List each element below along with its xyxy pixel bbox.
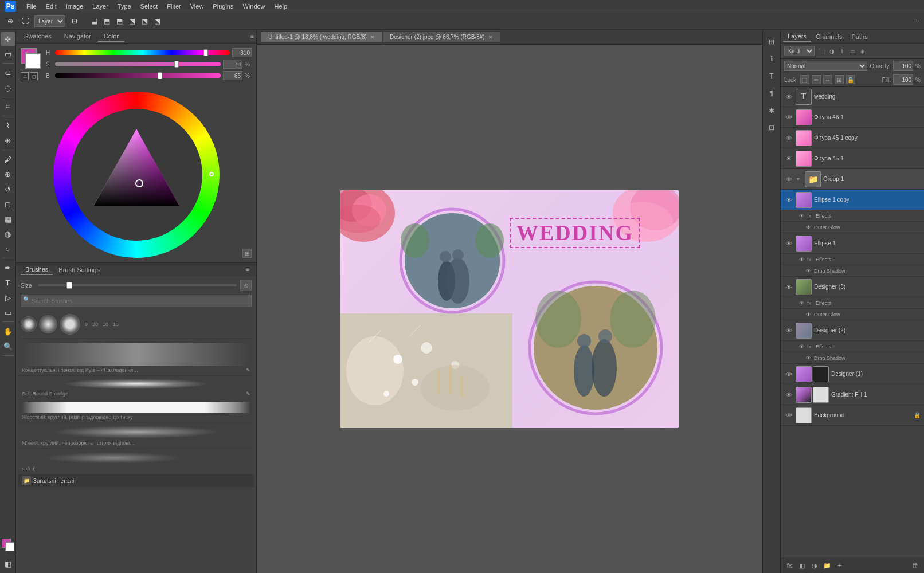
tab-paths[interactable]: Paths [847,32,872,41]
sat-value-input[interactable] [223,60,242,69]
effect-e1-visibility[interactable]: 👁 [798,256,805,263]
filter-smart-icon[interactable]: ◈ [858,46,867,56]
lasso-tool[interactable]: ⊂ [1,66,15,80]
tab-brush-settings[interactable]: Brush Settings [54,265,104,274]
layer-mask-icon[interactable]: ◧ [797,560,807,571]
tab-brushes[interactable]: Brushes [21,265,53,275]
filter-type-icon[interactable]: T [837,46,847,56]
healing-brush-tool[interactable]: ⊕ [1,134,15,147]
menu-image[interactable]: Image [62,2,87,11]
layers-kind-select[interactable]: Kind Name Effect [784,46,815,56]
layer-ellipse-1-copy-visibility[interactable]: 👁 [784,195,793,205]
align-center-h-icon[interactable]: ⬔ [139,15,150,27]
layer-background[interactable]: 👁 Background 🔒 [781,405,924,426]
effect-d3-outer-glow-vis[interactable]: 👁 [805,311,812,318]
new-layer-icon[interactable]: + [835,560,845,571]
blur-tool[interactable]: ◍ [1,227,15,241]
bri-slider[interactable] [55,73,221,78]
brush-preset-1[interactable] [21,316,37,332]
brush-search-input[interactable] [21,295,252,307]
filter-shape-icon[interactable]: ▭ [848,46,857,56]
path-select-tool[interactable]: ▷ [1,291,15,304]
brush-tool[interactable]: 🖌 [1,152,15,166]
gradient-tool[interactable]: ▦ [1,212,15,226]
filter-pixel-icon[interactable]: ⬛ [817,46,826,56]
effect-d3-visibility[interactable]: 👁 [798,300,805,307]
transform-controls-icon[interactable]: ⊡ [69,15,80,27]
clone-stamp-tool[interactable]: ⊕ [1,167,15,181]
layer-group-1-expand[interactable]: ▼ [796,176,802,182]
tab-navigator[interactable]: Navigator [58,32,97,42]
quick-mask-toggle[interactable]: ◧ [1,557,15,571]
layer-group-1[interactable]: 👁 ▼ 📁 Group 1 [781,169,924,190]
paragraph-icon[interactable]: ¶ [764,86,779,101]
navigator-icon[interactable]: ⊡ [764,120,779,135]
color-options-icon[interactable]: ⊞ [242,249,252,258]
tab-channels[interactable]: Channels [811,32,847,41]
brush-item-soft-round-smudge[interactable]: Soft Round Smudge ✎ [18,376,254,399]
history-brush-tool[interactable]: ↺ [1,182,15,196]
web-color-icon[interactable]: ◻ [30,72,38,80]
layer-gradient-fill[interactable]: 👁 Gradient Fill 1 [781,384,924,405]
align-right-icon[interactable]: ⬒ [113,15,125,27]
zoom-tool[interactable]: 🔍 [1,339,15,353]
brush-preset-3[interactable] [60,314,80,335]
layer-group-1-visibility[interactable]: 👁 [784,175,793,184]
layer-figura-45-copy[interactable]: 👁 Фігура 45 1 copy [781,128,924,148]
menu-window[interactable]: Window [239,2,268,11]
menu-type[interactable]: Type [114,2,135,11]
panel-collapse-btn[interactable]: ≡ [250,33,254,40]
sat-slider[interactable] [55,62,221,66]
align-center-v-icon[interactable]: ⬒ [101,15,112,27]
align-top-icon[interactable]: ⬔ [126,15,138,27]
layer-wedding-visibility[interactable]: 👁 [784,92,793,101]
move-tool[interactable]: ✛ [1,32,15,46]
dodge-tool[interactable]: ○ [1,242,15,256]
fg-bg-colors[interactable] [2,539,14,551]
layer-designer-3[interactable]: 👁 Designer (3) [781,277,924,297]
pen-tool[interactable]: ✒ [1,261,15,274]
align-left-icon[interactable]: ⬓ [88,15,100,27]
more-options-icon[interactable]: ⋯ [913,18,919,25]
canvas-tab-designer-close[interactable]: ✕ [488,34,493,40]
layer-figura-45[interactable]: 👁 Фігура 45 1 [781,148,924,169]
effect-d2-drop-shadow-vis[interactable]: 👁 [805,355,812,362]
align-bottom-icon[interactable]: ⬔ [151,15,163,27]
lock-artboard-icon[interactable]: ⊞ [835,75,844,84]
menu-layer[interactable]: Layer [89,2,112,11]
eyedropper-tool[interactable]: ⌇ [1,119,15,132]
info-icon[interactable]: ℹ [764,52,779,66]
canvas-tab-untitled-close[interactable]: ✕ [370,34,375,40]
layer-designer-3-visibility[interactable]: 👁 [784,282,793,292]
effect-ellipse-copy-visibility[interactable]: 👁 [798,213,805,219]
effect-d2-visibility[interactable]: 👁 [798,343,805,350]
lock-transparent-icon[interactable]: ⬚ [800,75,809,84]
layer-designer-1[interactable]: 👁 Designer (1) [781,364,924,384]
layer-figura-46-visibility[interactable]: 👁 [784,113,793,122]
brush-size-thumb[interactable] [66,282,72,289]
layer-ellipse-1[interactable]: 👁 Ellipse 1 [781,233,924,254]
bri-thumb[interactable] [158,72,162,79]
brush-item-soft-sad[interactable]: soft :( [18,449,254,474]
canvas-tab-untitled[interactable]: Untitled-1 @ 18,8% ( wedding, RGB/8) ✕ [261,32,382,42]
menu-edit[interactable]: Edit [42,2,60,11]
wand-options-icon[interactable]: ✱ [764,103,779,118]
brush-item-hard-round[interactable]: Жорсткий, круглий, розмір відповідно до … [18,399,254,423]
hue-value-input[interactable] [232,48,252,57]
warning-gamut-icon[interactable]: ⚠ [21,72,29,80]
crop-tool[interactable]: ⌗ [1,100,15,113]
layer-designer-2-visibility[interactable]: 👁 [784,326,793,335]
type-tool[interactable]: T [1,276,15,289]
shape-tool[interactable]: ▭ [1,305,15,319]
triangle-area[interactable] [71,109,202,241]
menu-help[interactable]: Help [271,2,291,11]
hue-slider[interactable] [55,50,230,55]
brush-panel-menu[interactable]: ≡ [244,266,252,273]
eraser-tool[interactable]: ◻ [1,197,15,211]
brush-soft-round-options[interactable]: ✎ [246,391,250,397]
background-color[interactable] [5,542,14,551]
menu-view[interactable]: View [187,2,207,11]
menu-filter[interactable]: Filter [163,2,184,11]
bri-value-input[interactable] [223,71,242,80]
layer-select[interactable]: Layer Group [34,15,65,27]
